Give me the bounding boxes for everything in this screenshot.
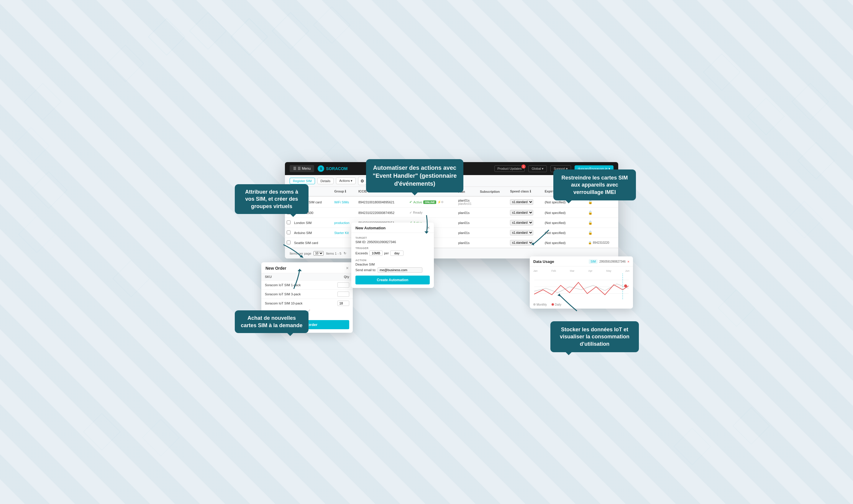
soracom-logo: S SORACOM <box>318 165 347 172</box>
bubble-names: Attribuer des noms à vos SIM, et créer d… <box>235 184 309 214</box>
items-range-label-2: Items 1 - 5 <box>326 252 341 255</box>
data-usage-chart: JanFebMarAprMayJun <box>530 267 633 302</box>
order-item-name: Soracom IoT SIM 10-pack <box>261 299 326 308</box>
product-updates-button[interactable]: Product Updates 1 <box>494 165 525 172</box>
speed-class-select-1[interactable]: s1.standard <box>510 199 533 205</box>
legend-monthly: Monthly <box>533 303 547 306</box>
create-automation-button[interactable]: Create Automation <box>355 275 430 284</box>
table-row: London SIM production 894231022200008971… <box>285 218 618 228</box>
automation-header: New Automation × <box>351 222 434 233</box>
row-name: London SIM <box>292 218 332 228</box>
row-expiry: (Not specified) <box>543 228 586 238</box>
items-per-page-label-2: Items per page <box>290 252 311 255</box>
action-email-row: Send email to: <box>355 267 430 273</box>
automation-trigger: TRIGGER Exceeds per <box>355 247 430 256</box>
order-item-qty <box>326 290 353 299</box>
notification-badge: 1 <box>521 164 526 168</box>
logo-circle: S <box>318 165 324 172</box>
menu-button[interactable]: ☰ ☰ Menu <box>290 165 314 172</box>
new-order-title: New Order <box>265 266 286 271</box>
svg-point-3 <box>624 284 627 287</box>
row-speed: s1.standard <box>508 218 543 228</box>
row-group: WiFi SIMs <box>332 196 356 208</box>
row-plan: plan01s <box>456 238 478 248</box>
row-expiry: (Not specified) <box>543 218 586 228</box>
automation-title: New Automation <box>355 226 385 230</box>
usage-chart-svg <box>533 273 629 300</box>
target-label: TARGET <box>355 236 430 239</box>
row-iccid: 89423102220000874952 <box>356 208 407 218</box>
trigger-row: Exceeds per <box>355 251 430 256</box>
col-speed: Speed class ℹ <box>508 187 543 196</box>
settings-button[interactable]: ⚙ <box>358 177 366 185</box>
row-subscription <box>478 228 508 238</box>
col-subscription: Subscription <box>478 187 508 196</box>
row-plan: plan01s <box>456 218 478 228</box>
row-expiry: (Not specified) <box>543 238 586 248</box>
trigger-period-input[interactable] <box>390 251 403 256</box>
speed-class-select-3[interactable]: s1.standard <box>510 220 533 226</box>
menu-label: ☰ Menu <box>298 166 311 170</box>
row-imei: 🔓 <box>586 218 618 228</box>
trigger-amount-input[interactable] <box>369 251 383 256</box>
row-iccid: 89423100180004895621 <box>356 196 407 208</box>
details-button[interactable]: Details <box>317 178 334 184</box>
row-subscription <box>478 218 508 228</box>
send-email-label: Send email to: <box>355 268 376 272</box>
sim-label: SIM <box>589 259 597 264</box>
table-row: Arduino 1500 89423102220000874952 ✓ Read… <box>285 208 618 218</box>
speed-class-select-4[interactable]: s1.standard <box>510 230 533 235</box>
data-usage-card: Data Usage SIM 2950591090827346 × JanFeb… <box>530 256 633 309</box>
row-name: Arduino SIM <box>292 228 332 238</box>
action-deactivate-text: Deactive SIM <box>355 263 430 266</box>
order-item-name: Soracom IoT SIM 3-pack <box>261 290 326 299</box>
new-order-close-button[interactable]: × <box>346 266 349 271</box>
row-imei: 🔓 <box>586 208 618 218</box>
row-3-checkbox[interactable] <box>287 220 291 224</box>
row-plan: plan01s <box>456 208 478 218</box>
register-sim-button[interactable]: Register SIM <box>290 178 315 184</box>
sim-id-area: SIM 2950591090827346 × <box>589 259 629 264</box>
row-checkbox <box>285 238 292 248</box>
trigger-label: TRIGGER <box>355 247 430 250</box>
speed-class-select-5[interactable]: s1.standard <box>510 240 533 246</box>
row-subscription <box>478 238 508 248</box>
sku-col-header: SKU <box>261 273 326 281</box>
row-expiry: (Not specified) <box>543 208 586 218</box>
legend-daily: Daily <box>552 303 561 306</box>
chart-x-axis: JanFebMarAprMayJun <box>533 269 629 272</box>
bubble-order: Achat de nouvelles cartes SIM à la deman… <box>235 310 309 333</box>
bubble-imei: Restreindre les cartes SIM aux appareils… <box>553 169 636 200</box>
actions-button[interactable]: Actions ▾ <box>336 177 356 184</box>
speed-class-select-2[interactable]: s1.standard <box>510 210 533 215</box>
row-imei: 🔓 <box>586 228 618 238</box>
row-4-checkbox[interactable] <box>287 231 291 234</box>
order-row: Soracom IoT SIM 1-pack <box>261 281 353 290</box>
row-subscription <box>478 196 508 208</box>
qty-input-1[interactable] <box>337 282 349 288</box>
automation-close-button[interactable]: × <box>427 226 430 230</box>
qty-input-10[interactable] <box>337 301 349 306</box>
col-group: Group ℹ <box>332 187 356 196</box>
data-usage-close-button[interactable]: × <box>627 260 629 264</box>
sim-id: 2950591090827346 <box>599 260 626 263</box>
email-input[interactable] <box>378 267 422 273</box>
data-usage-title: Data Usage <box>533 259 554 264</box>
order-item-qty <box>326 299 353 308</box>
order-item-name: Soracom IoT SIM 1-pack <box>261 281 326 290</box>
items-per-page-select-2[interactable]: 10 <box>314 251 324 255</box>
new-order-header: New Order × <box>261 262 353 273</box>
qty-input-3[interactable] <box>337 291 349 297</box>
hamburger-icon: ☰ <box>293 166 296 170</box>
order-table: SKU Qty Soracom IoT SIM 1-pack Soracom I… <box>261 273 353 308</box>
row-imei: 🔒 8942310220 <box>586 238 618 248</box>
logo-text: SORACOM <box>326 166 347 171</box>
action-label: ACTION <box>355 259 430 262</box>
global-button[interactable]: Global ▾ <box>528 165 547 172</box>
table-row: Arduino SIM Starter Kit 8942310222000089… <box>285 228 618 238</box>
row-5-checkbox[interactable] <box>287 240 291 244</box>
refresh-icon-2[interactable]: ↻ <box>344 251 346 255</box>
row-speed: s1.standard <box>508 238 543 248</box>
order-item-qty <box>326 281 353 290</box>
product-updates-label: Product Updates <box>498 167 522 170</box>
